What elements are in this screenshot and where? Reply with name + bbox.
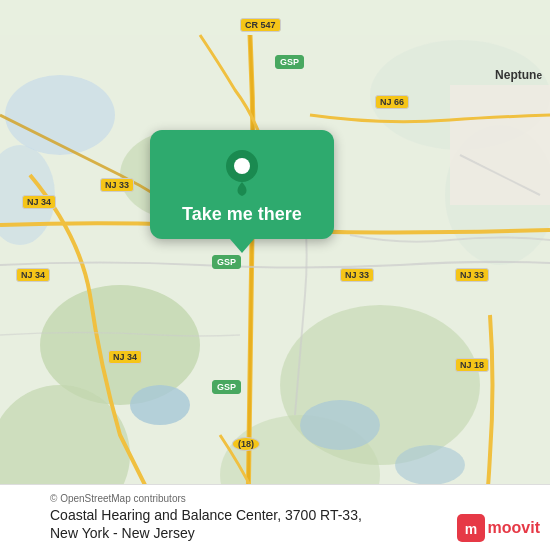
road-label-gsp1: GSP: [275, 55, 304, 69]
road-label-cr547: CR 547: [240, 18, 281, 32]
svg-point-15: [234, 158, 250, 174]
location-line2: New York - New Jersey: [50, 525, 195, 541]
location-line1: Coastal Hearing and Balance Center, 3700…: [50, 507, 362, 523]
road-label-nj34c: NJ 34: [108, 350, 142, 364]
svg-point-12: [300, 400, 380, 450]
svg-point-13: [395, 445, 465, 485]
svg-point-1: [5, 75, 115, 155]
take-me-there-label[interactable]: Take me there: [182, 204, 302, 225]
road-label-nj33b: NJ 33: [340, 268, 374, 282]
location-pin-icon: [223, 148, 261, 196]
moovit-icon-svg: m: [457, 514, 485, 542]
svg-text:m: m: [464, 521, 476, 537]
road-label-nj34a: NJ 34: [22, 195, 56, 209]
popup-triangle: [230, 239, 254, 253]
moovit-text-label: moovit: [488, 519, 540, 537]
road-label-nj33c: NJ 33: [455, 268, 489, 282]
road-label-gsp2: GSP: [212, 255, 241, 269]
road-label-nj33a: NJ 33: [100, 178, 134, 192]
road-label-nj66: NJ 66: [375, 95, 409, 109]
osm-text: © OpenStreetMap contributors: [50, 493, 186, 504]
road-label-18-circle: (18): [232, 437, 260, 451]
moovit-logo: m moovit: [457, 514, 540, 542]
svg-point-11: [130, 385, 190, 425]
osm-attribution: © OpenStreetMap contributors: [50, 493, 540, 504]
road-label-nj34b: NJ 34: [16, 268, 50, 282]
map-container: CR 547 GSP NJ 66 NJ 33 NJ 34 NJ 34 GSP N…: [0, 0, 550, 550]
road-label-gsp3: GSP: [212, 380, 241, 394]
popup-card[interactable]: Take me there: [150, 130, 334, 239]
road-label-nj18: NJ 18: [455, 358, 489, 372]
take-me-there-popup[interactable]: Take me there: [150, 130, 334, 253]
svg-rect-5: [450, 85, 550, 205]
neptune-label: Neptune: [495, 68, 542, 82]
